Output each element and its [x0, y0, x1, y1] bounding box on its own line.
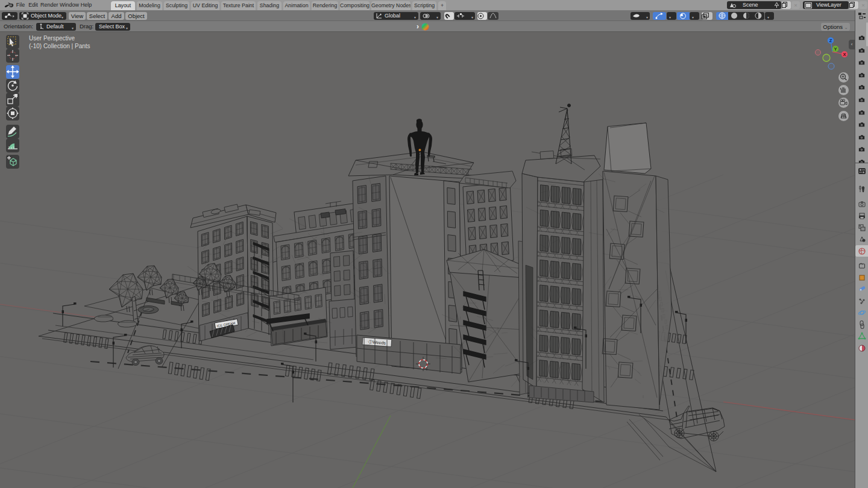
- svg-text:Y: Y: [834, 46, 837, 52]
- svg-text:X: X: [843, 52, 846, 57]
- svg-text:Z: Z: [829, 38, 832, 43]
